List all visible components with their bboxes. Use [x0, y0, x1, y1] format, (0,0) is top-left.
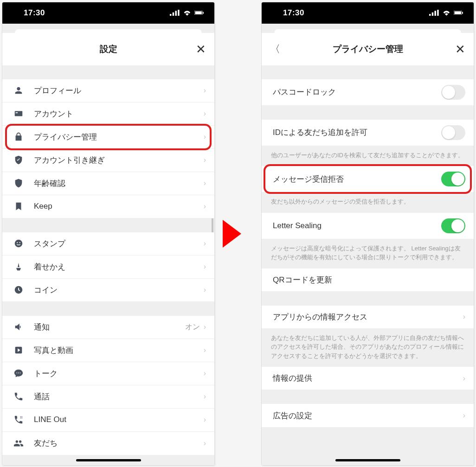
- svg-point-10: [17, 242, 18, 243]
- privacy-row-広告の設定[interactable]: 広告の設定›: [262, 404, 474, 427]
- row-label: トーク: [34, 368, 204, 379]
- settings-row-スタンプ[interactable]: スタンプ›: [2, 232, 214, 256]
- people-icon: [13, 438, 24, 448]
- svg-point-17: [20, 416, 21, 417]
- privacy-screen: 17:30 〈 プライバシー管理 ✕ パスコードロックIDによる友だち追加を許可…: [261, 2, 474, 466]
- row-label: アプリからの情報アクセス: [273, 312, 463, 322]
- settings-row-友だち[interactable]: 友だち›: [2, 432, 214, 455]
- speaker-icon: [13, 322, 24, 332]
- settings-row-プライバシー管理[interactable]: プライバシー管理›: [2, 126, 214, 149]
- chevron-right-icon: ›: [204, 133, 206, 141]
- statusbar-time: 17:30: [283, 8, 304, 18]
- chevron-right-icon: ›: [204, 323, 206, 331]
- svg-point-19: [20, 417, 21, 418]
- chevron-right-icon: ›: [204, 156, 206, 164]
- row-label: 友だち: [34, 438, 204, 448]
- description-text: あなたを友だちに追加している人が、外部アプリに自身の友だち情報へのアクセスを許可…: [262, 329, 474, 367]
- chevron-right-icon: ›: [204, 262, 206, 271]
- shield-icon: [13, 178, 24, 188]
- row-label: アカウント: [34, 109, 204, 119]
- privacy-row-IDによる友だち追加を許可[interactable]: IDによる友だち追加を許可: [262, 120, 474, 146]
- row-value: オン: [185, 322, 200, 332]
- privacy-list[interactable]: パスコードロックIDによる友だち追加を許可他のユーザーがあなたのIDを検索して友…: [262, 65, 474, 465]
- chevron-right-icon: ›: [463, 374, 465, 383]
- settings-screen: 17:30 設定 ✕ プロフィール›アカウント›プライバシー管理›アカウント引き…: [2, 2, 215, 466]
- row-label: Keep: [34, 202, 204, 211]
- settings-row-Keep[interactable]: Keep›: [2, 195, 214, 218]
- chevron-right-icon: ›: [204, 369, 206, 377]
- wifi-icon: [442, 10, 451, 16]
- description-text: 他のユーザーがあなたのIDを検索して友だち追加することができます。: [262, 146, 474, 166]
- chevron-right-icon: ›: [204, 202, 206, 211]
- settings-row-通話[interactable]: 通話›: [2, 385, 214, 409]
- settings-row-プロフィール[interactable]: プロフィール›: [2, 79, 214, 102]
- svg-rect-5: [195, 11, 202, 14]
- close-button[interactable]: ✕: [196, 42, 206, 56]
- svg-point-14: [16, 372, 17, 373]
- settings-list[interactable]: プロフィール›アカウント›プライバシー管理›アカウント引き継ぎ›年齢確認›Kee…: [2, 65, 214, 465]
- svg-point-20: [21, 417, 22, 418]
- sheet-handle-area: [262, 24, 474, 33]
- statusbar: 17:30: [262, 2, 474, 24]
- privacy-row-メッセージ受信拒否[interactable]: メッセージ受信拒否: [262, 166, 474, 192]
- row-label: 写真と動画: [34, 345, 204, 356]
- row-label: コイン: [34, 285, 204, 295]
- row-label: アカウント引き継ぎ: [34, 155, 204, 166]
- settings-row-トーク[interactable]: トーク›: [2, 362, 214, 385]
- page-title: 設定: [100, 43, 117, 55]
- settings-row-アカウント引き継ぎ[interactable]: アカウント引き継ぎ›: [2, 149, 214, 172]
- chevron-right-icon: ›: [204, 392, 206, 401]
- home-indicator[interactable]: [76, 459, 141, 461]
- statusbar-icons: [429, 10, 463, 16]
- row-label: Letter Sealing: [273, 221, 441, 230]
- settings-row-コイン[interactable]: コイン›: [2, 279, 214, 302]
- signal-icon: [429, 10, 439, 16]
- privacy-row-アプリからの情報アクセス[interactable]: アプリからの情報アクセス›: [262, 306, 474, 329]
- home-indicator[interactable]: [335, 459, 400, 461]
- row-label: 通話: [34, 391, 204, 402]
- shield-check-icon: [13, 155, 24, 165]
- chevron-right-icon: ›: [204, 109, 206, 118]
- privacy-row-Letter Sealing[interactable]: Letter Sealing: [262, 213, 474, 239]
- close-button[interactable]: ✕: [455, 42, 465, 56]
- page-title: プライバシー管理: [333, 43, 403, 55]
- settings-row-写真と動画[interactable]: 写真と動画›: [2, 339, 214, 362]
- chevron-right-icon: ›: [204, 439, 206, 448]
- row-label: 通知: [34, 322, 185, 333]
- svg-rect-3: [178, 10, 179, 16]
- toggle-switch[interactable]: [441, 218, 465, 233]
- svg-point-9: [15, 240, 23, 248]
- phone-out-icon: [13, 415, 24, 425]
- privacy-row-QRコードを更新[interactable]: QRコードを更新: [262, 269, 474, 292]
- back-button[interactable]: 〈: [270, 42, 280, 56]
- privacy-row-パスコードロック[interactable]: パスコードロック: [262, 79, 474, 106]
- statusbar-icons: [170, 10, 204, 16]
- row-label: 年齢確認: [34, 178, 204, 189]
- svg-rect-6: [203, 12, 204, 14]
- toggle-switch[interactable]: [441, 125, 465, 140]
- privacy-row-情報の提供[interactable]: 情報の提供›: [262, 367, 474, 390]
- svg-point-15: [18, 372, 19, 373]
- signal-icon: [170, 10, 180, 16]
- toggle-switch[interactable]: [441, 172, 465, 186]
- chevron-right-icon: ›: [204, 86, 206, 95]
- settings-row-アカウント[interactable]: アカウント›: [2, 102, 214, 126]
- person-icon: [13, 85, 24, 96]
- row-label: プライバシー管理: [34, 132, 204, 142]
- phone-icon: [13, 391, 24, 402]
- svg-rect-7: [15, 111, 23, 116]
- toggle-switch[interactable]: [441, 85, 465, 100]
- arrow-icon: [223, 220, 241, 248]
- row-label: 着せかえ: [34, 262, 204, 272]
- svg-rect-24: [437, 10, 438, 16]
- settings-row-LINE Out[interactable]: LINE Out›: [2, 409, 214, 432]
- settings-row-通知[interactable]: 通知オン›: [2, 316, 214, 339]
- settings-row-年齢確認[interactable]: 年齢確認›: [2, 172, 214, 195]
- svg-rect-22: [432, 12, 433, 16]
- lock-icon: [13, 132, 24, 142]
- brush-icon: [13, 262, 24, 272]
- settings-row-着せかえ[interactable]: 着せかえ›: [2, 256, 214, 279]
- statusbar-time: 17:30: [24, 8, 45, 18]
- chevron-right-icon: ›: [204, 346, 206, 354]
- svg-rect-2: [175, 11, 176, 16]
